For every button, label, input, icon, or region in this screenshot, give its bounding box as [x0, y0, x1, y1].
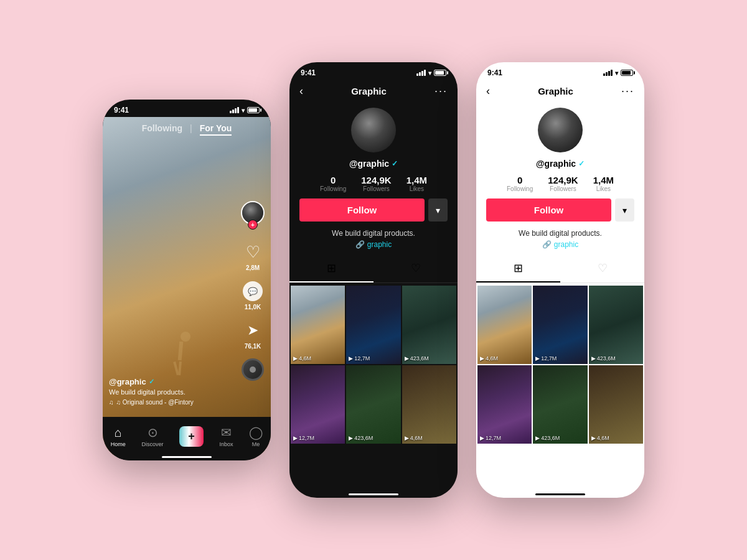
home-indicator-3: [535, 493, 585, 495]
following-count-2: 0: [320, 175, 346, 185]
status-icons-2: ▾: [416, 70, 446, 77]
nav-inbox[interactable]: ✉ Inbox: [219, 425, 233, 447]
nav-me[interactable]: ◯ Me: [249, 425, 263, 447]
dropdown-button-2[interactable]: ▾: [428, 198, 448, 222]
bottom-nav: ⌂ Home ⊙ Discover + ✉ Inbox ◯ Me: [103, 417, 271, 460]
search-icon: ⊙: [148, 425, 158, 440]
phone-video-feed: 9:41 ▾: [103, 100, 271, 460]
followers-label-2: Followers: [361, 185, 391, 192]
avatar-3: [538, 108, 583, 152]
play-icon-6: ▶: [405, 435, 409, 441]
grid-item-1-3[interactable]: ▶ 4,6M: [477, 286, 532, 364]
dropdown-button-3[interactable]: ▾: [615, 198, 634, 222]
profile-header-2: ‹ Graphic ···: [289, 80, 458, 103]
grid-item-2-2[interactable]: ▶ 12,7M: [346, 286, 400, 364]
more-button-2[interactable]: ···: [435, 85, 448, 98]
battery-1: [247, 107, 260, 113]
play-count-5-3: ▶ 423,6M: [535, 435, 560, 441]
follow-plus-badge: +: [248, 220, 258, 230]
create-button[interactable]: +: [179, 426, 204, 447]
music-info: ♫ ♫ Original sound - @Fintory: [109, 399, 237, 406]
stat-following-3[interactable]: 0 Following: [507, 175, 533, 192]
play-icon-r4: ▶: [480, 435, 484, 441]
stat-followers-2[interactable]: 124,9K Followers: [361, 175, 391, 192]
tab-liked-3[interactable]: ♡: [560, 255, 644, 282]
bio-3: We build digital products.: [476, 229, 644, 238]
back-button-2[interactable]: ‹: [299, 85, 303, 98]
more-button-3[interactable]: ···: [621, 85, 634, 98]
status-bar-3: 9:41 ▾: [476, 62, 644, 80]
status-icons-1: ▾: [230, 107, 260, 114]
music-disc: [242, 358, 264, 381]
profile-header-3: ‹ Graphic ···: [476, 80, 644, 103]
play-count-3-2: ▶ 423,6M: [405, 355, 429, 362]
play-count-1-3: ▶ 4,6M: [480, 355, 498, 362]
bio-2: We build digital products.: [289, 229, 458, 238]
grid-item-5-2[interactable]: ▶ 423,6M: [346, 365, 400, 444]
share-count: 76,1K: [245, 343, 261, 350]
time-3: 9:41: [487, 68, 502, 77]
link-2[interactable]: 🔗 graphic: [289, 240, 458, 249]
profile-stats-3: 0 Following 124,9K Followers 1,4M Likes: [476, 175, 644, 192]
verified-3: ✓: [578, 159, 585, 168]
likes-count-3: 1,4M: [593, 175, 614, 185]
following-tab[interactable]: Following: [142, 123, 182, 136]
tab-videos-2[interactable]: ⊞: [289, 255, 374, 282]
play-count-2-2: ▶ 12,7M: [349, 355, 370, 362]
grid-item-3-2[interactable]: ▶ 423,6M: [402, 286, 456, 364]
follow-row-3: Follow ▾: [476, 198, 644, 222]
video-username[interactable]: @graphic ✓: [109, 377, 237, 386]
play-icon-r2: ▶: [535, 355, 540, 362]
grid-item-5-3[interactable]: ▶ 423,6M: [533, 365, 587, 444]
video-grid-3: ▶ 4,6M ▶ 12,7M ▶ 423,6M ▶ 12,7M ▶: [476, 284, 644, 445]
nav-create[interactable]: +: [179, 426, 204, 447]
comment-button[interactable]: 💬 11,0K: [242, 280, 264, 310]
grid-item-2-3[interactable]: ▶ 12,7M: [533, 286, 587, 364]
video-info: @graphic ✓ We build digital products. ♫ …: [109, 377, 237, 406]
likes-count-2: 1,4M: [406, 175, 427, 185]
tab-liked-2[interactable]: ♡: [374, 255, 458, 282]
nav-home[interactable]: ⌂ Home: [111, 426, 126, 447]
grid-item-4-3[interactable]: ▶ 12,7M: [477, 365, 532, 444]
like-count: 2,8M: [246, 264, 260, 271]
play-icon: ▶: [293, 355, 298, 362]
comment-count: 11,0K: [245, 304, 261, 310]
profile-title-3: Graphic: [538, 86, 573, 96]
like-button[interactable]: ♡ 2,8M: [242, 241, 264, 271]
creator-avatar-wrap[interactable]: +: [241, 201, 265, 225]
play-count-6-3: ▶ 4,6M: [591, 435, 609, 441]
signal-2: [416, 70, 426, 76]
liked-icon-2: ♡: [411, 261, 421, 276]
grid-item-3-3[interactable]: ▶ 423,6M: [589, 286, 643, 364]
link-icon-3: 🔗: [542, 240, 552, 249]
followers-label-3: Followers: [548, 185, 578, 192]
tab-videos-3[interactable]: ⊞: [476, 255, 560, 282]
grid-item-6-3[interactable]: ▶ 4,6M: [589, 365, 643, 444]
follow-button-3[interactable]: Follow: [486, 198, 611, 222]
share-button[interactable]: ➤ 76,1K: [242, 319, 264, 350]
grid-item-4-2[interactable]: ▶ 12,7M: [291, 365, 345, 444]
grid-item-1-2[interactable]: ▶ 4,6M: [291, 286, 345, 364]
stat-likes-2[interactable]: 1,4M Likes: [406, 175, 427, 192]
battery-2: [434, 70, 446, 76]
nav-discover[interactable]: ⊙ Discover: [142, 425, 164, 447]
follow-button-2[interactable]: Follow: [299, 198, 425, 222]
phone-profile-light: 9:41 ▾ ‹ Graphic ··· @graphic ✓: [476, 62, 644, 498]
stat-followers-3[interactable]: 124,9K Followers: [548, 175, 578, 192]
share-icon: ➤: [242, 319, 264, 342]
stat-following-2[interactable]: 0 Following: [320, 175, 346, 192]
feed-tabs: Following | For You: [103, 117, 271, 142]
back-button-3[interactable]: ‹: [486, 85, 490, 98]
grid-item-6-2[interactable]: ▶ 4,6M: [402, 365, 456, 444]
likes-label-2: Likes: [406, 185, 427, 192]
play-count-5-2: ▶ 423,6M: [349, 435, 373, 441]
stat-likes-3[interactable]: 1,4M Likes: [593, 175, 614, 192]
profile-stats-2: 0 Following 124,9K Followers 1,4M Likes: [289, 175, 458, 192]
wifi-icon-2: ▾: [428, 70, 431, 77]
play-icon-r3: ▶: [591, 355, 596, 362]
play-icon-r5: ▶: [535, 435, 540, 441]
link-3[interactable]: 🔗 graphic: [476, 240, 644, 249]
inbox-icon: ✉: [221, 425, 232, 440]
home-indicator-2: [349, 493, 398, 495]
for-you-tab[interactable]: For You: [200, 123, 232, 136]
